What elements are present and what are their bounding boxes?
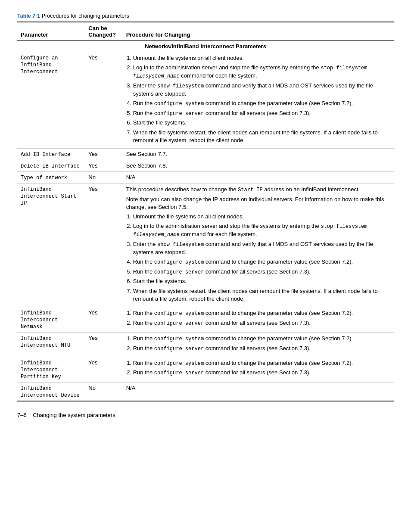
cell-parameter: InfiniBand Interconnect Start IP <box>17 183 85 307</box>
table-row: InfiniBand Interconnect DeviceNoN/A <box>17 382 394 401</box>
table-row: InfiniBand Interconnect NetmaskYesRun th… <box>17 307 394 333</box>
cell-parameter: InfiniBand Interconnect Partition Key <box>17 357 85 382</box>
cell-procedure: See Section 7.8. <box>123 160 394 171</box>
main-table: Parameter Can be Changed? Procedure for … <box>17 22 394 401</box>
cell-procedure: N/A <box>123 171 394 183</box>
cell-procedure: Unmount the file systems on all client n… <box>123 52 394 149</box>
cell-procedure: Run the configure system command to chan… <box>123 357 394 382</box>
list-item: Run the configure system command to chan… <box>133 100 390 108</box>
cell-parameter: InfiniBand Interconnect Device <box>17 382 85 401</box>
cell-can-be-changed: Yes <box>85 333 122 357</box>
list-item: Run the configure system command to chan… <box>133 335 390 343</box>
page-title-footer: Changing the system parameters <box>33 412 115 418</box>
cell-can-be-changed: Yes <box>85 148 122 160</box>
list-item: Start the file systems. <box>133 119 390 127</box>
list-item: When the file systems restart, the clien… <box>133 129 390 144</box>
header-can-be-changed: Can be Changed? <box>85 22 122 41</box>
list-item: Run the configure server command for all… <box>133 369 390 377</box>
list-item: Run the configure system command to chan… <box>133 258 390 266</box>
cell-parameter: Configure an InfiniBand Interconnect <box>17 52 85 149</box>
cell-procedure: This procedure describes how to change t… <box>123 183 394 307</box>
cell-parameter: InfiniBand Interconnect MTU <box>17 333 85 357</box>
cell-parameter: InfiniBand Interconnect Netmask <box>17 307 85 333</box>
list-item: Unmount the file systems on all client n… <box>133 54 390 62</box>
table-row: Add IB InterfaceYesSee Section 7.7. <box>17 148 394 160</box>
cell-parameter: Delete IB Interface <box>17 160 85 171</box>
cell-procedure: Run the configure system command to chan… <box>123 307 394 333</box>
list-item: Run the configure server command for all… <box>133 268 390 276</box>
cell-can-be-changed: Yes <box>85 183 122 307</box>
list-item: Run the configure server command for all… <box>133 345 390 353</box>
cell-procedure: See Section 7.7. <box>123 148 394 160</box>
list-item: Run the configure system command to chan… <box>133 359 390 367</box>
page-footer: 7–6 Changing the system parameters <box>17 412 394 418</box>
table-row: InfiniBand Interconnect MTUYesRun the co… <box>17 333 394 357</box>
list-item: When the file systems restart, the clien… <box>133 287 390 303</box>
cell-procedure: Run the configure system command to chan… <box>123 333 394 357</box>
table-title-text: Procedures for changing parameters <box>40 13 129 19</box>
list-item: Log in to the administration server and … <box>133 64 390 80</box>
proc-note: Note that you can also change the IP add… <box>126 196 390 211</box>
table-row: Delete IB InterfaceYesSee Section 7.8. <box>17 160 394 171</box>
header-parameter: Parameter <box>17 22 85 41</box>
cell-parameter: Type of network <box>17 171 85 183</box>
list-item: Run the configure system command to chan… <box>133 309 390 317</box>
cell-can-be-changed: Yes <box>85 160 122 171</box>
table-row: Type of networkNoN/A <box>17 171 394 183</box>
table-title: Table 7-1 Procedures for changing parame… <box>17 13 394 19</box>
cell-parameter: Add IB Interface <box>17 148 85 160</box>
list-item: Log in to the administration server and … <box>133 222 390 239</box>
section-header: Networks/InfiniBand Interconnect Paramet… <box>17 41 394 52</box>
page-ref: 7–6 <box>17 412 27 418</box>
list-item: Run the configure server command for all… <box>133 109 390 118</box>
cell-can-be-changed: No <box>85 382 122 401</box>
list-item: Unmount the file systems on all client n… <box>133 213 390 221</box>
table-row: InfiniBand Interconnect Partition KeyYes… <box>17 357 394 382</box>
table-row: Configure an InfiniBand InterconnectYesU… <box>17 52 394 149</box>
cell-procedure: N/A <box>123 382 394 401</box>
cell-can-be-changed: Yes <box>85 52 122 149</box>
list-item: Start the file systems. <box>133 277 390 285</box>
table-row: InfiniBand Interconnect Start IPYesThis … <box>17 183 394 307</box>
list-item: Run the configure server command for all… <box>133 319 390 327</box>
header-procedure: Procedure for Changing <box>123 22 394 41</box>
list-item: Enter the show filesystem command and ve… <box>133 240 390 256</box>
list-item: Enter the show filesystem command and ve… <box>133 82 390 98</box>
table-label: Table 7-1 <box>17 13 40 19</box>
cell-can-be-changed: Yes <box>85 357 122 382</box>
cell-can-be-changed: Yes <box>85 307 122 333</box>
cell-can-be-changed: No <box>85 171 122 183</box>
proc-note: This procedure describes how to change t… <box>126 186 390 194</box>
